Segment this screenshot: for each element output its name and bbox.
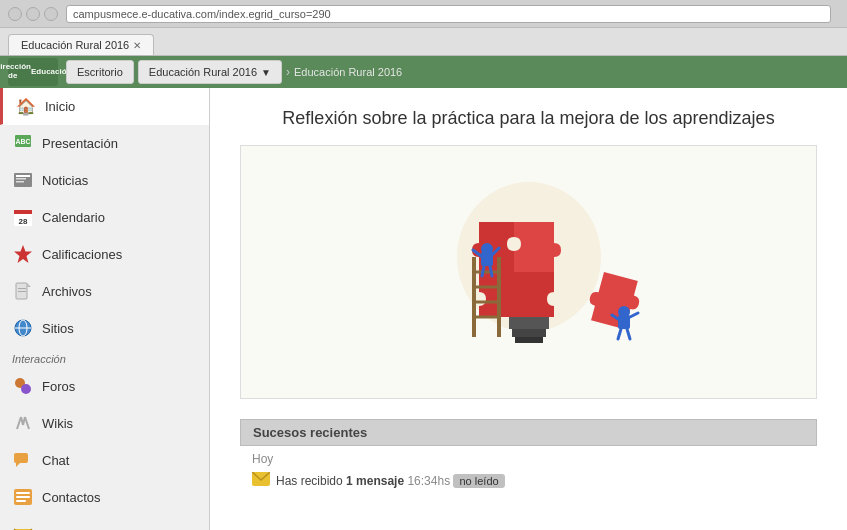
sidebar-label-inicio: Inicio bbox=[45, 99, 75, 114]
sidebar-section-interaccion: Interacción bbox=[0, 347, 209, 368]
svg-rect-32 bbox=[509, 317, 549, 329]
tab-label: Educación Rural 2016 bbox=[21, 39, 129, 51]
sidebar-label-presentacion: Presentación bbox=[42, 136, 118, 151]
app-header: Dirección de Educación Escritorio Educac… bbox=[0, 56, 847, 88]
home-icon: 🏠 bbox=[15, 95, 37, 117]
calificaciones-icon bbox=[12, 243, 34, 265]
browser-fwd-btn[interactable] bbox=[26, 7, 40, 21]
svg-line-20 bbox=[17, 417, 21, 429]
content-inner: Reflexión sobre la práctica para la mejo… bbox=[210, 88, 847, 513]
sidebar-item-noticias[interactable]: Noticias bbox=[0, 162, 209, 199]
sidebar-label-archivos: Archivos bbox=[42, 284, 92, 299]
browser-controls bbox=[8, 7, 58, 21]
sidebar-item-wikis[interactable]: Wikis bbox=[0, 405, 209, 442]
calendario-icon: 28 bbox=[12, 206, 34, 228]
recent-header: Sucesos recientes bbox=[240, 419, 817, 446]
sidebar-item-chat[interactable]: Chat bbox=[0, 442, 209, 479]
chat-icon bbox=[12, 449, 34, 471]
svg-text:ABC: ABC bbox=[15, 138, 30, 145]
svg-rect-24 bbox=[14, 453, 28, 463]
sidebar-item-inicio[interactable]: 🏠 Inicio bbox=[0, 88, 209, 125]
image-frame bbox=[240, 145, 817, 399]
browser-tab[interactable]: Educación Rural 2016 ✕ bbox=[8, 34, 154, 55]
sidebar-label-wikis: Wikis bbox=[42, 416, 73, 431]
puzzle-illustration bbox=[359, 162, 699, 382]
svg-line-23 bbox=[25, 417, 29, 429]
recent-section: Sucesos recientes Hoy Has recibido 1 men… bbox=[240, 419, 817, 493]
presentacion-icon: ABC bbox=[12, 132, 34, 154]
address-bar[interactable]: campusmece.e-ducativa.com/index.egrid_cu… bbox=[66, 5, 831, 23]
address-text: campusmece.e-ducativa.com/index.egrid_cu… bbox=[73, 8, 331, 20]
logo-line1: Dirección de bbox=[0, 63, 31, 81]
sidebar-label-foros: Foros bbox=[42, 379, 75, 394]
sidebar-item-contactos[interactable]: Contactos bbox=[0, 479, 209, 516]
recent-mail-icon bbox=[252, 472, 270, 489]
svg-line-50 bbox=[630, 313, 638, 317]
mail-icon bbox=[12, 523, 34, 530]
noticias-icon bbox=[12, 169, 34, 191]
svg-rect-13 bbox=[18, 288, 26, 289]
svg-rect-28 bbox=[16, 496, 30, 498]
svg-rect-29 bbox=[16, 500, 26, 502]
sidebar-item-foros[interactable]: Foros bbox=[0, 368, 209, 405]
svg-rect-3 bbox=[16, 175, 30, 177]
sidebar-item-sitios[interactable]: Sitios bbox=[0, 310, 209, 347]
sidebar-item-mail[interactable]: Mail Interno bbox=[0, 516, 209, 530]
svg-rect-27 bbox=[16, 492, 30, 494]
sidebar-item-calendario[interactable]: 28 Calendario bbox=[0, 199, 209, 236]
svg-line-52 bbox=[627, 329, 630, 339]
sidebar-label-noticias: Noticias bbox=[42, 173, 88, 188]
tab-close-icon[interactable]: ✕ bbox=[133, 40, 141, 51]
wikis-icon bbox=[12, 412, 34, 434]
sidebar-label-mail: Mail Interno bbox=[42, 527, 110, 531]
sidebar-item-archivos[interactable]: Archivos bbox=[0, 273, 209, 310]
breadcrumb-current: Educación Rural 2016 bbox=[294, 66, 402, 78]
svg-line-45 bbox=[482, 266, 484, 276]
foros-icon bbox=[12, 375, 34, 397]
recent-day: Hoy bbox=[240, 446, 817, 468]
sidebar-label-chat: Chat bbox=[42, 453, 69, 468]
recent-item-text: Has recibido 1 mensaje 16:34hs no leído bbox=[276, 474, 505, 488]
sidebar-item-calificaciones[interactable]: Calificaciones bbox=[0, 236, 209, 273]
svg-rect-4 bbox=[16, 178, 26, 180]
sidebar-item-presentacion[interactable]: ABC Presentación bbox=[0, 125, 209, 162]
breadcrumb-separator: › bbox=[286, 65, 290, 79]
sidebar-label-contactos: Contactos bbox=[42, 490, 101, 505]
svg-text:28: 28 bbox=[19, 217, 28, 226]
app-logo: Dirección de Educación bbox=[8, 58, 58, 86]
recent-item-prefix: Has recibido bbox=[276, 474, 346, 488]
svg-rect-34 bbox=[515, 337, 543, 343]
sidebar-label-calificaciones: Calificaciones bbox=[42, 247, 122, 262]
browser-back-btn[interactable] bbox=[8, 7, 22, 21]
archivos-icon bbox=[12, 280, 34, 302]
breadcrumb-dropdown-icon: ▼ bbox=[261, 67, 271, 78]
page-title: Reflexión sobre la práctica para la mejo… bbox=[240, 108, 817, 129]
breadcrumb-desktop-btn[interactable]: Escritorio bbox=[66, 60, 134, 84]
contactos-icon bbox=[12, 486, 34, 508]
sidebar-label-calendario: Calendario bbox=[42, 210, 105, 225]
recent-unread-badge: no leído bbox=[453, 474, 504, 488]
sidebar: 🏠 Inicio ABC Presentación Noticias 28 Ca… bbox=[0, 88, 210, 530]
content-area: Reflexión sobre la práctica para la mejo… bbox=[210, 88, 847, 530]
tab-bar: Educación Rural 2016 ✕ bbox=[0, 28, 847, 56]
breadcrumb-desktop-label: Escritorio bbox=[77, 66, 123, 78]
browser-reload-btn[interactable] bbox=[44, 7, 58, 21]
main-container: 🏠 Inicio ABC Presentación Noticias 28 Ca… bbox=[0, 88, 847, 530]
recent-item-time: 16:34hs bbox=[407, 474, 450, 488]
sidebar-label-sitios: Sitios bbox=[42, 321, 74, 336]
breadcrumb-area: Escritorio Educación Rural 2016 ▼ › Educ… bbox=[66, 60, 839, 84]
svg-point-48 bbox=[618, 306, 630, 318]
svg-point-42 bbox=[481, 243, 493, 255]
browser-bar: campusmece.e-ducativa.com/index.egrid_cu… bbox=[0, 0, 847, 28]
svg-rect-5 bbox=[16, 181, 24, 183]
svg-rect-33 bbox=[512, 329, 546, 337]
breadcrumb-course-label: Educación Rural 2016 bbox=[149, 66, 257, 78]
sitios-icon bbox=[12, 317, 34, 339]
svg-point-19 bbox=[21, 384, 31, 394]
recent-item-count: 1 mensaje bbox=[346, 474, 404, 488]
svg-marker-25 bbox=[16, 463, 20, 467]
svg-marker-10 bbox=[14, 245, 32, 263]
svg-line-51 bbox=[618, 329, 621, 339]
recent-time-value: 16:34hs bbox=[407, 474, 450, 488]
breadcrumb-course-btn[interactable]: Educación Rural 2016 ▼ bbox=[138, 60, 282, 84]
